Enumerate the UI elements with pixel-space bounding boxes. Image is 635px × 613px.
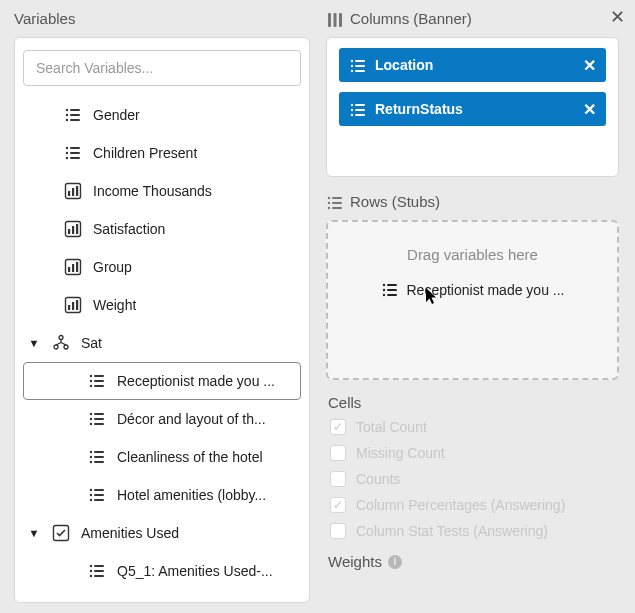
remove-pill-button[interactable]: ✕ (583, 56, 596, 75)
variable-item[interactable]: Children Present (23, 134, 301, 172)
cells-option-label: Missing Count (356, 445, 445, 461)
info-icon[interactable]: i (388, 555, 402, 569)
remove-pill-button[interactable]: ✕ (583, 100, 596, 119)
variable-label: Income Thousands (93, 183, 212, 199)
variable-label: Weight (93, 297, 136, 313)
column-pill[interactable]: Location✕ (339, 48, 606, 82)
variable-label: Receptionist made you ... (117, 373, 275, 389)
variable-label: Children Present (93, 145, 197, 161)
variable-label: Q5_1: Amenities Used-... (117, 563, 273, 579)
weights-header: Weights i (328, 553, 619, 570)
checkbox[interactable] (330, 419, 346, 435)
list-icon (87, 410, 107, 428)
bars-icon (63, 182, 83, 200)
bars-icon (63, 220, 83, 238)
list-icon (87, 562, 107, 580)
cells-option-label: Counts (356, 471, 400, 487)
variables-panel: Variables GenderChildren PresentIncome T… (0, 0, 320, 613)
expand-toggle[interactable]: ▼ (27, 527, 41, 539)
checkbox[interactable] (330, 523, 346, 539)
variable-item[interactable]: Hotel amenities (lobby... (23, 476, 301, 514)
variable-label: Cleanliness of the hotel (117, 449, 263, 465)
variables-title: Variables (14, 10, 310, 27)
variable-item[interactable]: ▼Amenities Used (23, 514, 301, 552)
column-pill-label: Location (375, 57, 573, 73)
weights-title: Weights (328, 553, 382, 570)
variable-item[interactable]: Group (23, 248, 301, 286)
cells-option-label: Column Percentages (Answering) (356, 497, 565, 513)
cells-option[interactable]: Counts (330, 471, 619, 487)
close-button[interactable]: ✕ (610, 6, 625, 28)
variable-label: Amenities Used (81, 525, 179, 541)
variable-label: Gender (93, 107, 140, 123)
cluster-icon (51, 334, 71, 352)
checkbox[interactable] (330, 497, 346, 513)
checkbox[interactable] (330, 445, 346, 461)
cells-title: Cells (328, 394, 619, 411)
rows-dropzone[interactable]: Drag variables here Receptionist made yo… (326, 220, 619, 380)
variable-item[interactable]: Gender (23, 96, 301, 134)
dragged-variable-preview: Receptionist made you ... (381, 281, 565, 299)
variable-item[interactable]: Satisfaction (23, 210, 301, 248)
variable-label: Group (93, 259, 132, 275)
list-icon (87, 448, 107, 466)
list-icon (349, 101, 365, 117)
variable-label: Décor and layout of th... (117, 411, 266, 427)
list-icon (381, 281, 399, 299)
columns-title: Columns (Banner) (350, 10, 472, 27)
dragged-variable-label: Receptionist made you ... (407, 282, 565, 298)
bars-icon (63, 258, 83, 276)
list-icon (87, 486, 107, 504)
variable-label: Sat (81, 335, 102, 351)
columns-dropzone[interactable]: Location✕ReturnStatus✕ (326, 37, 619, 177)
variable-item[interactable]: Income Thousands (23, 172, 301, 210)
cells-option[interactable]: Total Count (330, 419, 619, 435)
rows-drop-hint: Drag variables here (407, 246, 538, 263)
variable-item[interactable]: Receptionist made you ... (23, 362, 301, 400)
variable-label: Hotel amenities (lobby... (117, 487, 266, 503)
rows-title: Rows (Stubs) (350, 193, 440, 210)
list-icon (326, 194, 342, 210)
variables-tree: GenderChildren PresentIncome ThousandsSa… (23, 96, 301, 590)
list-icon (349, 57, 365, 73)
variable-item[interactable]: Cleanliness of the hotel (23, 438, 301, 476)
variable-item[interactable]: ▼Sat (23, 324, 301, 362)
cells-option[interactable]: Column Stat Tests (Answering) (330, 523, 619, 539)
variable-item[interactable]: Décor and layout of th... (23, 400, 301, 438)
expand-toggle[interactable]: ▼ (27, 337, 41, 349)
columns-header: Columns (Banner) (326, 10, 619, 27)
cells-options: Total CountMissing CountCountsColumn Per… (326, 419, 619, 539)
list-icon (63, 106, 83, 124)
rows-header: Rows (Stubs) (326, 193, 619, 210)
variable-label: Satisfaction (93, 221, 165, 237)
check-icon (51, 524, 71, 542)
bars-icon (63, 296, 83, 314)
variable-item[interactable]: Weight (23, 286, 301, 324)
search-variables-input[interactable] (23, 50, 301, 86)
cells-option[interactable]: Missing Count (330, 445, 619, 461)
checkbox[interactable] (330, 471, 346, 487)
list-icon (87, 372, 107, 390)
variable-item[interactable]: Q5_1: Amenities Used-... (23, 552, 301, 590)
column-pill[interactable]: ReturnStatus✕ (339, 92, 606, 126)
columns-icon (326, 11, 342, 27)
column-pill-label: ReturnStatus (375, 101, 573, 117)
list-icon (63, 144, 83, 162)
cells-option-label: Total Count (356, 419, 427, 435)
cells-option-label: Column Stat Tests (Answering) (356, 523, 548, 539)
cells-option[interactable]: Column Percentages (Answering) (330, 497, 619, 513)
